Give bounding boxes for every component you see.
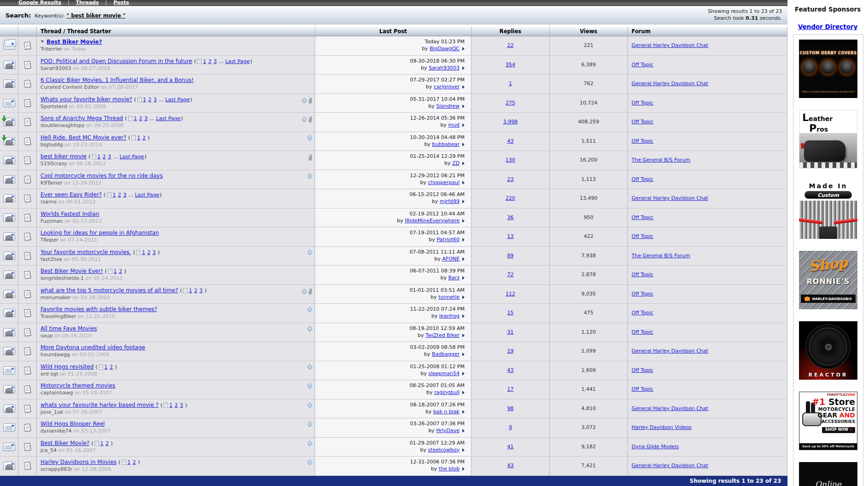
- thread-title-link[interactable]: Best Biker Movie?: [40, 440, 90, 446]
- go-to-last-post-icon[interactable]: [462, 467, 465, 471]
- page-number-link[interactable]: 2: [147, 249, 150, 255]
- go-to-last-post-icon[interactable]: [462, 391, 465, 394]
- forum-link[interactable]: Off Topic: [632, 367, 653, 373]
- go-to-last-post-icon[interactable]: [462, 257, 465, 261]
- page-number-link[interactable]: 2: [175, 402, 178, 408]
- last-poster-link[interactable]: steelcowboy: [428, 447, 460, 453]
- keywords-value-link[interactable]: " best biker movie ": [67, 12, 126, 19]
- forum-link[interactable]: General Harley Davidson Chat: [632, 195, 708, 201]
- forum-link[interactable]: The General B/S Forum: [632, 253, 690, 259]
- thread-title-link[interactable]: Motorcycle themed movies: [40, 382, 115, 389]
- page-number-link[interactable]: 1: [134, 116, 137, 122]
- thread-title-link[interactable]: Wild Hogs Blooper Reel: [40, 421, 105, 427]
- last-poster-link[interactable]: bak n blak: [433, 409, 460, 415]
- last-page-link[interactable]: Last Page: [135, 192, 159, 198]
- thread-title-link[interactable]: Favorite movies with subtle biker themes…: [40, 306, 157, 312]
- thread-title-link[interactable]: More Daytona unedited video footage: [40, 344, 145, 351]
- page-number-link[interactable]: 2: [118, 192, 121, 198]
- page-number-link[interactable]: 3: [154, 97, 157, 103]
- thread-title-link[interactable]: All time Fave Movies: [40, 325, 97, 332]
- replies-count-link[interactable]: 43: [507, 138, 514, 144]
- forum-link[interactable]: General Harley Davidson Chat: [632, 463, 708, 469]
- last-poster-link[interactable]: Patriot60: [437, 237, 460, 243]
- page-number-link[interactable]: 2: [208, 58, 212, 64]
- replies-count-link[interactable]: 31: [507, 329, 514, 335]
- page-number-link[interactable]: 2: [148, 97, 151, 103]
- forum-link[interactable]: Off Topic: [632, 291, 653, 297]
- thread-title-link[interactable]: Best Biker Movie Ever!: [40, 268, 103, 274]
- page-number-link[interactable]: 1: [203, 58, 206, 64]
- page-number-link[interactable]: 2: [132, 459, 136, 465]
- go-to-last-post-icon[interactable]: [462, 410, 465, 414]
- last-poster-link[interactable]: BigDawgQC: [430, 46, 460, 52]
- page-number-link[interactable]: 1: [137, 135, 140, 141]
- go-to-last-post-icon[interactable]: [462, 219, 465, 223]
- ad-made-in-custom[interactable]: Made In Custom: [799, 180, 857, 239]
- replies-count-link[interactable]: 354: [506, 62, 515, 68]
- tab-google-results[interactable]: Google Results: [18, 0, 61, 6]
- go-to-last-post-icon[interactable]: [462, 334, 465, 337]
- go-to-last-post-icon[interactable]: [462, 238, 465, 242]
- last-page-link[interactable]: Last Page: [225, 58, 250, 64]
- forum-link[interactable]: General Harley Davidson Chat: [632, 405, 708, 411]
- last-poster-link[interactable]: mud: [448, 122, 460, 128]
- forum-link[interactable]: General Harley Davidson Chat: [632, 81, 708, 87]
- go-to-last-post-icon[interactable]: [462, 372, 465, 376]
- forum-link[interactable]: Off Topic: [632, 62, 653, 68]
- replies-count-link[interactable]: 98: [507, 405, 514, 411]
- forum-link[interactable]: Off Topic: [632, 100, 653, 106]
- thread-title-link[interactable]: Whats your favorite biker movie?: [40, 96, 132, 103]
- page-number-link[interactable]: 3: [144, 116, 148, 122]
- last-poster-link[interactable]: Sarah93003: [429, 65, 460, 71]
- forum-link[interactable]: Harley Davidson Videos: [632, 424, 692, 430]
- forum-link[interactable]: The General B/S Forum: [632, 157, 690, 163]
- ad-leather-pros[interactable]: LLeathereatherPros: [799, 110, 857, 168]
- page-number-link[interactable]: 2: [105, 440, 109, 446]
- thread-title-link[interactable]: Worlds Fastest Indian: [40, 211, 99, 217]
- go-to-last-post-icon[interactable]: [462, 162, 465, 165]
- last-page-link[interactable]: Last Page: [156, 116, 180, 122]
- go-to-last-post-icon[interactable]: [462, 104, 465, 108]
- thread-title-link[interactable]: Hell Ride. Best MC Movie ever?: [40, 134, 126, 141]
- forum-link[interactable]: Dyna Glide Models: [632, 444, 679, 450]
- forum-link[interactable]: Off Topic: [632, 386, 653, 392]
- last-poster-link[interactable]: bubbabear: [432, 141, 460, 147]
- forum-link[interactable]: Off Topic: [632, 310, 653, 316]
- ad-partial-bottom[interactable]: Online: [799, 462, 857, 486]
- last-poster-link[interactable]: ZD: [452, 160, 460, 166]
- page-number-link[interactable]: 1: [113, 192, 116, 198]
- forum-link[interactable]: Off Topic: [632, 138, 653, 144]
- thread-title-link[interactable]: Wild Hogs revisited: [40, 364, 94, 370]
- go-to-last-post-icon[interactable]: [462, 429, 465, 433]
- replies-count-link[interactable]: 43: [507, 367, 514, 373]
- last-poster-link[interactable]: ragingbull: [434, 389, 460, 395]
- go-to-first-unread-icon[interactable]: [40, 40, 44, 43]
- page-number-link[interactable]: 2: [194, 288, 197, 294]
- page-number-link[interactable]: 3: [180, 402, 183, 408]
- forum-link[interactable]: Off Topic: [632, 329, 653, 335]
- thread-title-link[interactable]: Sons of Anarchy Mega Thread: [40, 115, 123, 122]
- replies-count-link[interactable]: 41: [507, 444, 514, 450]
- tab-posts[interactable]: Posts: [113, 0, 129, 6]
- replies-count-link[interactable]: 36: [507, 214, 514, 220]
- go-to-last-post-icon[interactable]: [462, 353, 465, 356]
- go-to-last-post-icon[interactable]: [462, 295, 465, 299]
- page-number-link[interactable]: 1: [142, 249, 145, 255]
- thread-title-link[interactable]: 6 Classic Biker Movies, 1 Influential Bi…: [40, 77, 194, 83]
- forum-link[interactable]: General Harley Davidson Chat: [632, 348, 708, 354]
- page-number-link[interactable]: 2: [119, 268, 122, 274]
- thread-title-link[interactable]: whats your favourite harley based movie …: [40, 402, 159, 408]
- last-page-link[interactable]: Last Page: [165, 97, 190, 103]
- thread-title-link[interactable]: best biker movie: [40, 153, 86, 160]
- replies-count-link[interactable]: 43: [507, 463, 514, 469]
- last-poster-link[interactable]: the blob: [439, 466, 460, 472]
- last-poster-link[interactable]: Barz: [448, 275, 460, 281]
- go-to-last-post-icon[interactable]: [462, 123, 465, 127]
- forum-link[interactable]: Off Topic: [632, 119, 653, 125]
- last-poster-link[interactable]: Badbagger: [432, 351, 460, 357]
- go-to-last-post-icon[interactable]: [462, 47, 465, 51]
- last-poster-link[interactable]: Slandrew: [436, 103, 460, 109]
- page-number-link[interactable]: 3: [108, 154, 111, 160]
- replies-count-link[interactable]: 89: [507, 253, 514, 259]
- go-to-last-post-icon[interactable]: [462, 276, 465, 280]
